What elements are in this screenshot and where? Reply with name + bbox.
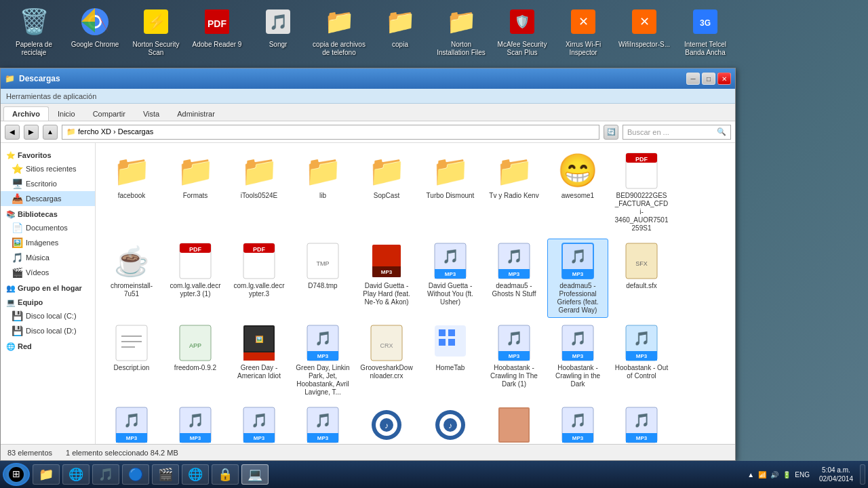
file-item-freedom[interactable]: APP freedom-0.9.2 bbox=[165, 321, 226, 400]
sidebar-libraries-title[interactable]: 📚 Bibliotecas bbox=[1, 206, 95, 220]
file-item-katyperry2[interactable]: 🎵 MP3 Katy Perry - Hot N Cold bbox=[611, 403, 672, 444]
file-item-chromeinstall[interactable]: ☕ chromeinstall-7u51 bbox=[101, 239, 162, 318]
taskbar-item-chrome[interactable]: 🌐 bbox=[182, 464, 209, 485]
taskbar-item-ie[interactable]: 🌐 bbox=[62, 464, 90, 485]
sidebar-item-videos[interactable]: 🎬 Vídeos bbox=[1, 265, 95, 280]
desktop-icon-norton-scan[interactable]: ⚡ Norton Security Scan bbox=[129, 5, 183, 57]
greenday2-label: Green Day, Linkin Park, Jet, Hoobastank,… bbox=[296, 364, 350, 396]
sidebar-favorites-title[interactable]: ⭐ Favoritos bbox=[1, 147, 95, 161]
show-desktop-button[interactable] bbox=[860, 464, 865, 485]
sidebar-item-music[interactable]: 🎵 Música bbox=[1, 250, 95, 265]
file-item-lib[interactable]: 📁 lib bbox=[292, 148, 353, 236]
file-item-hoobastank3[interactable]: 🎵 MP3 Hoobastank - Out of Control bbox=[611, 321, 672, 400]
desktop-icon-chrome[interactable]: Google Chrome bbox=[68, 5, 122, 49]
sidebar-item-downloads[interactable]: 📥 Descargas bbox=[1, 191, 95, 206]
taskbar-item-explorer[interactable]: 📁 bbox=[33, 464, 60, 485]
start-button[interactable]: ⊞ bbox=[3, 463, 30, 486]
close-button[interactable]: ✕ bbox=[717, 73, 731, 85]
file-item-hoobastank7[interactable]: 🎵 MP3 Hoobastank - The Reason bbox=[292, 403, 353, 444]
sidebar-computer-title[interactable]: 💻 Equipo bbox=[1, 294, 95, 308]
file-item-katyperry1[interactable]: 🎵 MP3 Katy Perry - Firework bbox=[547, 403, 608, 444]
file-item-jenniferlopez[interactable]: Jennifer Lopez - On the Floor (feat. Pit… bbox=[484, 403, 545, 444]
desktop-icon-copia[interactable]: 📁 copia bbox=[373, 5, 427, 49]
svg-text:🎵: 🎵 bbox=[506, 330, 523, 346]
file-item-awesome[interactable]: 😁 awesome1 bbox=[547, 148, 608, 236]
sidebar-item-d-drive[interactable]: 💾 Disco local (D:) bbox=[1, 323, 95, 338]
file-item-d748[interactable]: TMP D748.tmp bbox=[292, 239, 353, 318]
desktop-icon-copia-archivos[interactable]: 📁 copia de archivos de telefono bbox=[312, 5, 366, 57]
file-item-greenday2[interactable]: 🎵 MP3 Green Day, Linkin Park, Jet, Hooba… bbox=[292, 321, 353, 400]
mcafee-label: McAfee Security Scan Plus bbox=[495, 41, 549, 57]
recycle-label: Papelera de reciclaje bbox=[7, 41, 61, 57]
desktop-icon-xirrus[interactable]: ✕ Xirrus Wi-Fi Inspector bbox=[556, 5, 610, 57]
show-hidden-button[interactable]: ▲ bbox=[747, 471, 754, 479]
file-item-hometab[interactable]: HomeTab bbox=[420, 321, 481, 400]
katyperry1-icon: 🎵 MP3 bbox=[559, 406, 597, 444]
address-path[interactable]: 📁 fercho XD › Descargas bbox=[62, 125, 599, 140]
file-item-hoobastank6[interactable]: 🎵 MP3 Hoobastank - The Reason (2) bbox=[229, 403, 290, 444]
desktop-icon-adobe[interactable]: PDF Adobe Reader 9 bbox=[190, 5, 244, 49]
taskbar-item-itunes[interactable]: 🎵 bbox=[92, 464, 119, 485]
file-item-davidguetta2[interactable]: 🎵 MP3 David Guetta - Without You (ft. Us… bbox=[420, 239, 481, 318]
file-item-greenday1[interactable]: 🖼️ Green Day - American Idiot bbox=[229, 321, 290, 400]
desktop-icon-songr[interactable]: 🎵 Songr bbox=[251, 5, 305, 49]
desktop-icon-norton-files[interactable]: 📁 Norton Installation Files bbox=[434, 5, 488, 57]
facebook-folder-icon: 📁 bbox=[113, 152, 151, 190]
tab-vista[interactable]: Vista bbox=[134, 106, 168, 121]
file-item-itunessetup1[interactable]: ♪ iTunesSetup (1) bbox=[356, 403, 417, 444]
file-item-formats[interactable]: 📁 Formats bbox=[165, 148, 226, 236]
file-item-description[interactable]: Descript.ion bbox=[101, 321, 162, 400]
sidebar-item-images[interactable]: 🖼️ Imágenes bbox=[1, 235, 95, 250]
file-item-hoobastank1[interactable]: 🎵 MP3 Hoobastank - Crawling In The Dark … bbox=[484, 321, 545, 400]
file-item-sopcast[interactable]: 📁 SopCast bbox=[356, 148, 417, 236]
comlg-icon: PDF bbox=[176, 242, 214, 280]
tab-archivo[interactable]: Archivo bbox=[3, 106, 49, 121]
file-item-turbo[interactable]: 📁 Turbo Dismount bbox=[420, 148, 481, 236]
desktop-icon-internet-telcel[interactable]: 3G Internet Telcel Banda Ancha bbox=[678, 5, 732, 57]
maximize-button[interactable]: □ bbox=[702, 73, 715, 85]
sidebar-group-title[interactable]: 👥 Grupo en el hogar bbox=[1, 280, 95, 294]
sidebar-item-documents[interactable]: 📄 Documentos bbox=[1, 220, 95, 235]
file-item-hoobastank2[interactable]: 🎵 MP3 Hoobastank - Crawling in the Dark bbox=[547, 321, 608, 400]
file-item-bed900[interactable]: PDF BED900222GES_FACTURA_CFDi-3460_AUOR7… bbox=[611, 148, 672, 236]
taskbar-item-vlc[interactable]: 🎬 bbox=[152, 464, 179, 485]
desktop-icon-recycle[interactable]: 🗑️ Papelera de reciclaje bbox=[7, 5, 61, 57]
file-item-itunessetup2[interactable]: ♪ iTunesSetup bbox=[420, 403, 481, 444]
taskbar-item-unknown[interactable]: 🔵 bbox=[122, 464, 149, 485]
file-item-hoobastank5[interactable]: 🎵 MP3 Hoobastank - The Reason (1) bbox=[165, 403, 226, 444]
file-item-itools[interactable]: 📁 iTools0524E bbox=[229, 148, 290, 236]
file-item-deadmau52[interactable]: 🎵 MP3 deadmau5 - Professional Griefers (… bbox=[547, 239, 608, 318]
file-item-deadmau51[interactable]: 🎵 MP3 deadmau5 - Ghosts N Stuff bbox=[484, 239, 545, 318]
sidebar-item-desktop[interactable]: 🖥️ Escritorio bbox=[1, 176, 95, 191]
refresh-button[interactable]: 🔄 bbox=[604, 125, 618, 140]
norton-scan-label: Norton Security Scan bbox=[129, 41, 183, 57]
up-button[interactable]: ▲ bbox=[43, 125, 58, 140]
tab-administrar[interactable]: Administrar bbox=[168, 106, 224, 121]
file-item-tvradio[interactable]: 📁 Tv y Radio Kenv bbox=[484, 148, 545, 236]
file-item-defaultsfx[interactable]: SFX default.sfx bbox=[611, 239, 672, 318]
title-bar-left: 📁 Descargas bbox=[5, 74, 60, 83]
sidebar-item-c-drive[interactable]: 💾 Disco local (C:) bbox=[1, 308, 95, 323]
taskbar-item-lock[interactable]: 🔒 bbox=[212, 464, 239, 485]
file-item-grooveshark[interactable]: CRX GroovesharkDownloader.crx bbox=[356, 321, 417, 400]
file-item-facebook[interactable]: 📁 facebook bbox=[101, 148, 162, 236]
back-button[interactable]: ◀ bbox=[5, 125, 20, 140]
norton-files-icon: 📁 bbox=[445, 5, 477, 38]
sidebar-network-title[interactable]: 🌐 Red bbox=[1, 338, 95, 352]
tab-inicio[interactable]: Inicio bbox=[49, 106, 84, 121]
tab-compartir[interactable]: Compartir bbox=[84, 106, 134, 121]
search-box[interactable]: Buscar en ... 🔍 bbox=[623, 125, 731, 140]
desktop-icon-mcafee[interactable]: 🛡️ McAfee Security Scan Plus bbox=[495, 5, 549, 57]
forward-button[interactable]: ▶ bbox=[24, 125, 39, 140]
taskbar-item-fileexplorer[interactable]: 💻 bbox=[241, 464, 269, 485]
file-item-hoobastank4[interactable]: 🎵 MP3 Hoobastank - Same Direction bbox=[101, 403, 162, 444]
file-item-comlg2[interactable]: PDF com.lg.valle.decrypter.3 bbox=[229, 239, 290, 318]
tray-icon-battery: 🔋 bbox=[783, 471, 791, 479]
file-item-davidguetta1[interactable]: MP3 David Guetta - Play Hard (feat. Ne-Y… bbox=[356, 239, 417, 318]
file-area[interactable]: 📁 facebook 📁 Formats 📁 iTools0524E 📁 lib bbox=[96, 143, 735, 444]
desktop-icon-wifiinspector[interactable]: ✕ WifiInspector-S... bbox=[617, 5, 671, 49]
minimize-button[interactable]: ─ bbox=[686, 73, 700, 85]
file-item-comlg[interactable]: PDF com.lg.valle.decrypter.3 (1) bbox=[165, 239, 226, 318]
defaultsfx-icon: SFX bbox=[623, 242, 660, 280]
sidebar-item-recent[interactable]: ⭐ Sitios recientes bbox=[1, 161, 95, 176]
